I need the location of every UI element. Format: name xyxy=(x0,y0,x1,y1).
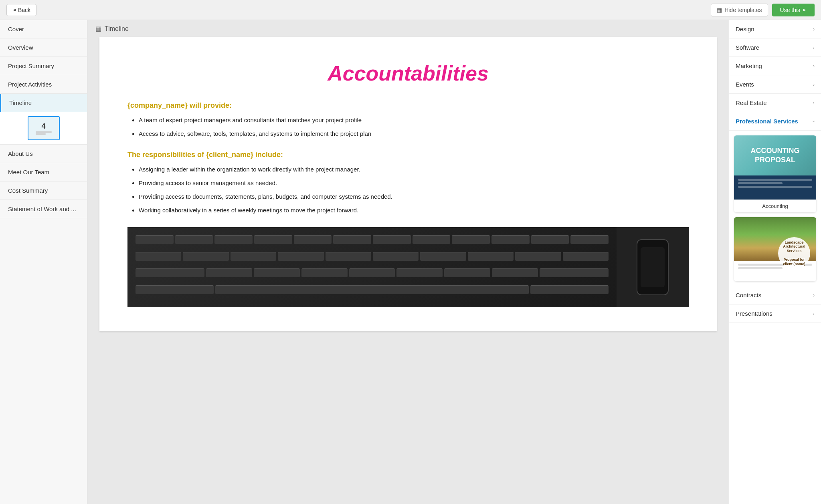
left-sidebar: Cover Overview Project Summary Project A… xyxy=(0,20,87,504)
section1-bullets: A team of expert project managers and co… xyxy=(127,115,689,139)
sidebar-item-label: About Us xyxy=(8,150,33,157)
bullet-item: Assigning a leader within the organizati… xyxy=(139,165,689,174)
right-section-label: Contracts xyxy=(736,292,761,298)
sidebar-item-cover[interactable]: Cover xyxy=(0,20,87,38)
sidebar-item-label: Timeline xyxy=(9,99,32,106)
section2-bullets: Assigning a leader within the organizati… xyxy=(127,165,689,215)
right-section-marketing[interactable]: Marketing › xyxy=(729,57,821,75)
accounting-preview-top: ACCOUNTINGPROPOSAL xyxy=(734,135,816,175)
section2-heading: The responsibilities of {client_name} in… xyxy=(127,151,689,159)
right-section-label: Presentations xyxy=(736,310,772,317)
keyboard-image xyxy=(127,227,617,307)
use-this-button[interactable]: Use this xyxy=(772,4,815,16)
sidebar-item-label: Statement of Work and ... xyxy=(8,206,76,212)
top-bar: Back ▦ Hide templates Use this xyxy=(0,0,821,20)
chevron-right-icon: › xyxy=(813,292,815,298)
right-section-label: Real Estate xyxy=(736,99,767,106)
right-section-label: Design xyxy=(736,26,754,32)
thumbnail-line xyxy=(36,131,52,133)
phone-shape xyxy=(637,239,669,295)
page-header-title: Timeline xyxy=(105,25,129,32)
sidebar-item-cost-summary[interactable]: Cost Summary xyxy=(0,181,87,200)
back-button[interactable]: Back xyxy=(6,4,36,16)
template-card-accounting[interactable]: ACCOUNTINGPROPOSAL Accounting xyxy=(734,135,816,212)
document-page: Accountabilities {company_name} will pro… xyxy=(99,37,717,331)
right-section-professional-services[interactable]: Professional Services › xyxy=(729,112,821,131)
phone-screen xyxy=(641,247,665,287)
main-layout: Cover Overview Project Summary Project A… xyxy=(0,20,821,504)
chevron-right-icon: › xyxy=(813,100,815,106)
template-name-accounting: Accounting xyxy=(734,200,816,212)
chevron-right-icon: › xyxy=(813,311,815,317)
document-image-strip xyxy=(127,227,689,307)
thumbnail-line xyxy=(36,133,46,135)
back-label: Back xyxy=(18,7,30,13)
landscape-background: Landscape Architectural ServicesProposal… xyxy=(734,217,816,261)
accounting-preview-bottom xyxy=(734,175,816,200)
document-main-title: Accountabilities xyxy=(127,61,689,85)
right-section-real-estate[interactable]: Real Estate › xyxy=(729,94,821,112)
bullet-item: Providing access to senior management as… xyxy=(139,178,689,188)
top-bar-actions: ▦ Hide templates Use this xyxy=(711,4,815,16)
thumbnail-preview: 4 xyxy=(28,116,60,140)
sidebar-item-project-activities[interactable]: Project Activities xyxy=(0,75,87,94)
chevron-right-icon: › xyxy=(813,63,815,69)
right-section-contracts[interactable]: Contracts › xyxy=(729,286,821,304)
sidebar-item-label: Project Activities xyxy=(8,81,52,88)
phone-image xyxy=(617,227,689,307)
bullet-item: Providing access to documents, statement… xyxy=(139,192,689,202)
sidebar-item-label: Meet Our Team xyxy=(8,169,49,175)
timeline-icon: ▦ xyxy=(95,25,101,32)
sidebar-item-statement-of-work[interactable]: Statement of Work and ... xyxy=(0,200,87,218)
right-section-design[interactable]: Design › xyxy=(729,20,821,38)
chevron-down-icon: › xyxy=(811,121,817,122)
center-content: ▦ Timeline Accountabilities {company_nam… xyxy=(87,20,729,504)
template-card-landscape[interactable]: Landscape Architectural ServicesProposal… xyxy=(734,217,816,281)
right-section-events[interactable]: Events › xyxy=(729,75,821,94)
bullet-item: Working collaboratively in a series of w… xyxy=(139,206,689,215)
hide-templates-icon: ▦ xyxy=(717,7,722,13)
sidebar-item-overview[interactable]: Overview xyxy=(0,38,87,57)
sidebar-item-meet-our-team[interactable]: Meet Our Team xyxy=(0,163,87,181)
right-section-software[interactable]: Software › xyxy=(729,38,821,57)
sidebar-item-label: Cover xyxy=(8,26,24,32)
sidebar-item-timeline[interactable]: Timeline xyxy=(0,94,87,112)
right-section-label: Marketing xyxy=(736,62,762,69)
right-section-label: Professional Services xyxy=(736,118,798,125)
right-sidebar: Design › Software › Marketing › Events ›… xyxy=(729,20,821,504)
right-section-label: Events xyxy=(736,81,754,88)
chevron-right-icon: › xyxy=(813,26,815,32)
right-section-presentations[interactable]: Presentations › xyxy=(729,304,821,323)
hide-templates-label: Hide templates xyxy=(724,7,762,13)
preview-line-short xyxy=(738,267,783,269)
chevron-right-icon: › xyxy=(813,82,815,87)
preview-line xyxy=(738,186,812,188)
landscape-circle-text: Landscape Architectural ServicesProposal… xyxy=(778,237,810,269)
bullet-item: Access to advice, software, tools, templ… xyxy=(139,129,689,139)
chevron-right-icon: › xyxy=(813,45,815,50)
preview-line-short xyxy=(738,182,783,184)
sidebar-thumbnail: 4 xyxy=(0,112,87,145)
sidebar-item-label: Cost Summary xyxy=(8,187,48,194)
thumbnail-number: 4 xyxy=(41,122,45,131)
bullet-item: A team of expert project managers and co… xyxy=(139,115,689,125)
right-section-label: Software xyxy=(736,44,759,51)
preview-line xyxy=(738,179,812,181)
template-preview: ACCOUNTINGPROPOSAL xyxy=(734,135,816,200)
sidebar-item-about-us[interactable]: About Us xyxy=(0,145,87,163)
landscape-preview: Landscape Architectural ServicesProposal… xyxy=(734,217,816,281)
sidebar-item-label: Project Summary xyxy=(8,62,54,69)
sidebar-item-label: Overview xyxy=(8,44,33,51)
sidebar-item-project-summary[interactable]: Project Summary xyxy=(0,57,87,75)
thumbnail-lines xyxy=(36,131,52,135)
accounting-preview-title: ACCOUNTINGPROPOSAL xyxy=(751,146,800,165)
section1-heading: {company_name} will provide: xyxy=(127,101,689,110)
use-this-label: Use this xyxy=(780,7,801,13)
hide-templates-button[interactable]: ▦ Hide templates xyxy=(711,4,768,16)
page-header: ▦ Timeline xyxy=(87,20,729,37)
